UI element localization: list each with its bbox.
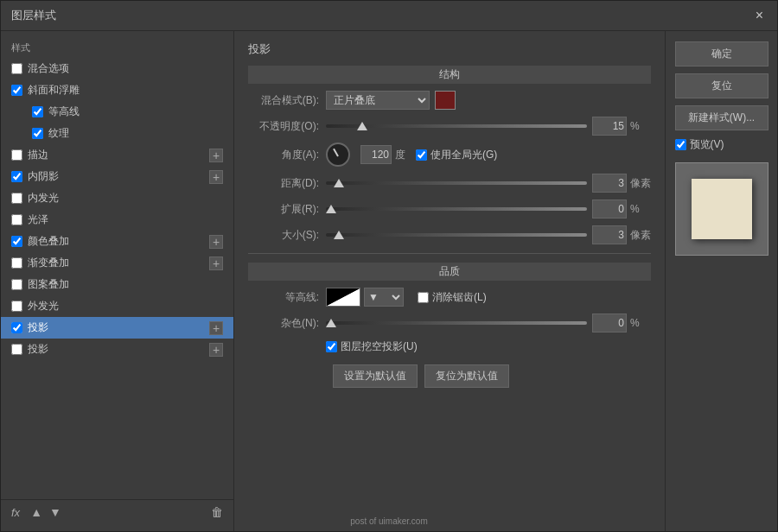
contour-dropdown[interactable]: ▼ (364, 288, 404, 307)
size-slider[interactable] (326, 228, 587, 242)
sidebar-plus-gradient-overlay[interactable]: + (209, 256, 223, 270)
blend-mode-row: 混合模式(B): 正片叠底 正常 滤色 叠加 (248, 91, 651, 110)
sidebar-item-drop-shadow1[interactable]: 投影+ (1, 317, 233, 339)
angle-knob[interactable] (326, 142, 350, 167)
preview-checkbox[interactable] (675, 139, 686, 150)
sidebar-plus-stroke[interactable]: + (209, 149, 223, 162)
noise-input[interactable] (592, 314, 627, 332)
size-thumb[interactable] (334, 231, 344, 239)
fx-up-button[interactable]: ▲ (27, 505, 46, 519)
close-button[interactable]: × (752, 8, 767, 23)
spread-control: % (326, 200, 651, 218)
sidebar-checkbox-color-overlay[interactable] (11, 236, 22, 247)
structure-title: 结构 (248, 66, 651, 84)
opacity-slider[interactable] (326, 119, 587, 133)
blend-mode-select[interactable]: 正片叠底 正常 滤色 叠加 (326, 91, 430, 110)
distance-slider[interactable] (326, 176, 587, 190)
reset-default-button[interactable]: 复位为默认值 (424, 364, 509, 388)
section-divider (248, 253, 651, 254)
sidebar-label-inner-glow: 内发光 (28, 191, 59, 206)
sidebar-label-satin: 光泽 (28, 212, 48, 227)
fx-bar: fx ▲ ▼ 🗑 (1, 499, 233, 524)
fx-trash-button[interactable]: 🗑 (211, 505, 223, 519)
quality-title: 品质 (248, 263, 651, 281)
distance-unit: 像素 (630, 176, 651, 191)
fx-down-button[interactable]: ▼ (46, 505, 65, 519)
anti-alias-checkbox[interactable] (418, 292, 429, 303)
global-light-label[interactable]: 使用全局光(G) (416, 148, 497, 162)
distance-input[interactable] (592, 174, 627, 193)
sidebar-label-blend: 混合选项 (28, 61, 69, 76)
fx-label: fx (11, 506, 20, 519)
size-label: 大小(S): (248, 228, 326, 243)
preview-text: 预览(V) (690, 137, 724, 152)
contour-thumb[interactable] (326, 288, 360, 307)
size-track (326, 233, 587, 237)
new-style-button[interactable]: 新建样式(W)... (675, 105, 768, 130)
distance-thumb[interactable] (334, 179, 344, 187)
sidebar-item-outer-glow[interactable]: 外发光 (1, 295, 233, 317)
size-input[interactable] (592, 225, 627, 244)
noise-thumb[interactable] (326, 319, 336, 327)
sidebar-item-inner-shadow[interactable]: 内阴影+ (1, 166, 233, 187)
sidebar-checkbox-inner-shadow[interactable] (11, 171, 22, 182)
sidebar-checkbox-drop-shadow1[interactable] (11, 322, 22, 333)
sidebar-checkbox-satin[interactable] (11, 214, 22, 225)
sidebar-plus-drop-shadow1[interactable]: + (209, 321, 223, 335)
sidebar-item-texture[interactable]: 纹理 (1, 123, 233, 144)
sidebar-checkbox-drop-shadow2[interactable] (11, 344, 22, 355)
contour-row: 等高线: ▼ 消除锯齿(L) (248, 288, 651, 307)
sidebar-checkbox-gradient-overlay[interactable] (11, 257, 22, 269)
styles-section-label: 样式 (1, 38, 233, 58)
angle-control: 度 使用全局光(G) (326, 142, 651, 167)
sidebar-item-contour[interactable]: 等高线 (1, 101, 233, 123)
sidebar-checkbox-inner-glow[interactable] (11, 193, 22, 204)
anti-alias-label[interactable]: 消除锯齿(L) (418, 290, 487, 305)
sidebar-item-drop-shadow2[interactable]: 投影+ (1, 339, 233, 360)
spread-input[interactable] (592, 200, 627, 218)
set-default-button[interactable]: 设置为默认值 (333, 364, 418, 388)
sidebar-checkbox-stroke[interactable] (11, 149, 22, 161)
sidebar-label-drop-shadow2: 投影 (28, 342, 48, 357)
global-light-checkbox[interactable] (416, 149, 427, 161)
spread-slider[interactable] (326, 202, 587, 216)
sidebar-plus-inner-shadow[interactable]: + (209, 170, 223, 184)
angle-input[interactable] (360, 145, 392, 164)
sidebar-item-bevel[interactable]: 斜面和浮雕 (1, 79, 233, 101)
opacity-track (326, 124, 587, 128)
sidebar-label-color-overlay: 颜色叠加 (28, 234, 69, 249)
sidebar-label-inner-shadow: 内阴影 (28, 169, 59, 184)
sidebar-checkbox-bevel[interactable] (11, 85, 22, 96)
size-control: 像素 (326, 225, 651, 244)
angle-row: 角度(A): 度 使用全局光(G) (248, 142, 651, 167)
opacity-thumb[interactable] (357, 122, 367, 130)
spread-label: 扩展(R): (248, 202, 326, 217)
ok-button[interactable]: 确定 (675, 41, 768, 66)
sidebar-plus-drop-shadow2[interactable]: + (209, 343, 223, 357)
knockout-checkbox[interactable] (326, 341, 337, 352)
preview-checkbox-label[interactable]: 预览(V) (675, 137, 768, 152)
sidebar-item-blend[interactable]: 混合选项 (1, 58, 233, 79)
sidebar-checkbox-pattern-overlay[interactable] (11, 279, 22, 290)
distance-track (326, 181, 587, 185)
sidebar-item-gradient-overlay[interactable]: 渐变叠加+ (1, 252, 233, 274)
blend-color-swatch[interactable] (435, 91, 456, 110)
sidebar-item-pattern-overlay[interactable]: 图案叠加 (1, 274, 233, 295)
opacity-input[interactable] (592, 117, 627, 136)
sidebar-item-color-overlay[interactable]: 颜色叠加+ (1, 231, 233, 252)
sidebar-checkbox-outer-glow[interactable] (11, 301, 22, 312)
knockout-label[interactable]: 图层挖空投影(U) (326, 339, 418, 354)
sidebar-item-stroke[interactable]: 描边+ (1, 144, 233, 166)
noise-slider[interactable] (326, 316, 587, 330)
sidebar-label-stroke: 描边 (28, 148, 48, 162)
sidebar-checkbox-blend[interactable] (11, 63, 22, 74)
sidebar-checkbox-texture[interactable] (32, 128, 43, 139)
sidebar-item-inner-glow[interactable]: 内发光 (1, 187, 233, 209)
sidebar-checkbox-contour[interactable] (32, 106, 43, 117)
sidebar-plus-color-overlay[interactable]: + (209, 235, 223, 249)
spread-track (326, 207, 587, 211)
sidebar-item-satin[interactable]: 光泽 (1, 209, 233, 231)
anti-alias-text: 消除锯齿(L) (432, 290, 487, 305)
spread-thumb[interactable] (326, 205, 336, 213)
reset-button[interactable]: 复位 (675, 73, 768, 98)
